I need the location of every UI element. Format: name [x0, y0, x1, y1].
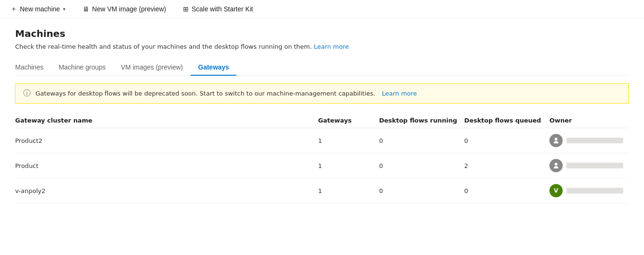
new-vm-label: New VM image (preview)	[92, 5, 166, 13]
new-vm-button[interactable]: 🖥 New VM image (preview)	[80, 3, 169, 15]
tab-machine-groups[interactable]: Machine groups	[51, 60, 113, 76]
tab-machines[interactable]: Machines	[15, 60, 51, 76]
scale-label: Scale with Starter Kit	[191, 5, 253, 13]
scale-kit-button[interactable]: ⊞ Scale with Starter Kit	[180, 3, 256, 15]
page-title: Machines	[15, 28, 629, 39]
deprecation-banner: ⓘ Gateways for desktop flows will be dep…	[15, 83, 629, 104]
tab-gateways[interactable]: Gateways	[191, 60, 236, 76]
new-machine-label: New machine	[20, 5, 60, 13]
cell-running: 0	[379, 128, 464, 153]
cell-cluster-name: Product	[15, 153, 318, 178]
scale-icon: ⊞	[183, 5, 189, 13]
cell-cluster-name: v-anpoly2	[15, 178, 318, 203]
col-header-running: Desktop flows running	[379, 113, 464, 128]
chevron-down-icon: ▾	[63, 6, 66, 12]
new-machine-button[interactable]: ＋ New machine ▾	[8, 3, 69, 15]
cell-running: 0	[379, 178, 464, 203]
cell-queued: 2	[464, 153, 549, 178]
cell-owner	[549, 153, 629, 178]
owner-name	[566, 163, 623, 168]
toolbar: ＋ New machine ▾ 🖥 New VM image (preview)…	[0, 0, 644, 18]
tab-bar: Machines Machine groups VM images (previ…	[15, 60, 629, 76]
cell-gateways: 1	[318, 128, 379, 153]
owner-name	[566, 138, 623, 143]
page-description: Check the real-time health and status of…	[15, 43, 629, 50]
table-row[interactable]: v-anpoly2100V	[15, 178, 629, 203]
cell-running: 0	[379, 153, 464, 178]
info-icon: ⓘ	[23, 88, 31, 98]
plus-icon: ＋	[10, 5, 17, 13]
warning-learn-more-link[interactable]: Learn more	[382, 90, 417, 97]
avatar	[549, 134, 563, 147]
avatar: V	[549, 184, 563, 197]
learn-more-link[interactable]: Learn more	[314, 43, 349, 50]
cell-queued: 0	[464, 128, 549, 153]
cell-owner: V	[549, 178, 629, 203]
cell-owner	[549, 128, 629, 153]
avatar	[549, 159, 563, 172]
main-content: Machines Check the real-time health and …	[0, 18, 644, 213]
gateways-table: Gateway cluster name Gateways Desktop fl…	[15, 113, 629, 203]
col-header-queued: Desktop flows queued	[464, 113, 549, 128]
col-header-name: Gateway cluster name	[15, 113, 318, 128]
warning-text: Gateways for desktop flows will be depre…	[35, 90, 375, 97]
cell-gateways: 1	[318, 178, 379, 203]
cell-cluster-name: Product2	[15, 128, 318, 153]
vm-icon: 🖥	[83, 5, 89, 13]
cell-queued: 0	[464, 178, 549, 203]
table-row[interactable]: Product2100	[15, 128, 629, 153]
owner-name	[566, 188, 623, 193]
col-header-owner: Owner	[549, 113, 629, 128]
tab-vm-images[interactable]: VM images (preview)	[113, 60, 191, 76]
table-row[interactable]: Product102	[15, 153, 629, 178]
cell-gateways: 1	[318, 153, 379, 178]
col-header-gateways: Gateways	[318, 113, 379, 128]
